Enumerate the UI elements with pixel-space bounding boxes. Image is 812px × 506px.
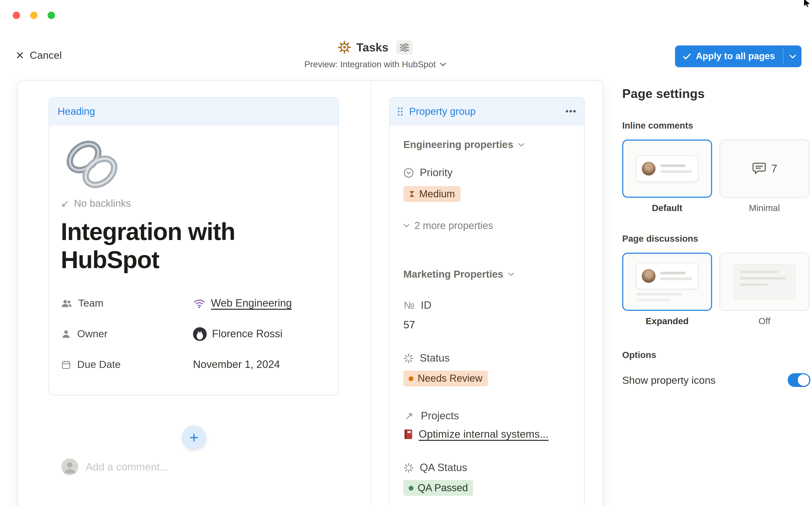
group-engineering-toggle[interactable]: Engineering properties bbox=[403, 139, 570, 151]
qa-status-label: QA Status bbox=[420, 461, 467, 474]
chevron-down-icon bbox=[518, 143, 524, 147]
backlink-arrow-icon: ↙ bbox=[61, 197, 69, 209]
page-preview-canvas: Heading ↙ No backlinks Integration with … bbox=[17, 80, 603, 506]
inline-comments-option-default[interactable]: Default bbox=[622, 140, 712, 214]
page-mock-preview bbox=[733, 264, 796, 299]
zoom-window-button[interactable] bbox=[48, 12, 55, 19]
property-row-due-date[interactable]: Due Date November 1, 2024 bbox=[61, 349, 327, 380]
heading-block: Heading ↙ No backlinks Integration with … bbox=[49, 97, 339, 395]
chains-page-icon[interactable] bbox=[61, 139, 327, 190]
status-spinner-icon bbox=[403, 462, 414, 473]
option-label: Minimal bbox=[749, 203, 780, 214]
show-property-icons-label: Show property icons bbox=[622, 374, 716, 386]
toggle-knob bbox=[798, 374, 809, 386]
chevron-down-icon bbox=[440, 62, 446, 66]
due-date-value[interactable]: November 1, 2024 bbox=[193, 359, 280, 371]
priority-property[interactable]: Priority bbox=[403, 167, 570, 179]
sliders-icon bbox=[400, 43, 409, 52]
add-comment-field[interactable]: Add a comment... bbox=[61, 458, 169, 475]
customize-page-window: × Cancel Tasks bbox=[0, 0, 812, 506]
id-value[interactable]: 57 bbox=[403, 319, 570, 331]
status-dot bbox=[409, 376, 414, 381]
owner-value[interactable]: Florence Rossi bbox=[212, 328, 282, 340]
more-properties-toggle[interactable]: 2 more properties bbox=[403, 220, 570, 232]
team-value-link[interactable]: Web Engineering bbox=[211, 297, 292, 310]
chevron-down-icon bbox=[403, 224, 410, 228]
option-label: Default bbox=[652, 203, 683, 214]
cancel-label: Cancel bbox=[29, 49, 62, 61]
apply-to-all-pages-button[interactable]: Apply to all pages bbox=[675, 46, 801, 67]
priority-tag-label: Medium bbox=[419, 188, 455, 200]
minimize-window-button[interactable] bbox=[30, 12, 38, 19]
priority-icon bbox=[403, 167, 414, 178]
more-properties-label: 2 more properties bbox=[415, 220, 493, 232]
property-label: Owner bbox=[77, 328, 108, 340]
add-block-button[interactable]: + bbox=[182, 426, 206, 450]
property-row-team[interactable]: Team Web Engineering bbox=[61, 288, 327, 319]
chevron-down-icon bbox=[789, 54, 796, 58]
more-menu-icon[interactable]: ••• bbox=[565, 106, 577, 116]
group-marketing-toggle[interactable]: Marketing Properties bbox=[403, 268, 570, 280]
inline-comments-option-minimal[interactable]: 7 Minimal bbox=[720, 140, 809, 214]
customize-settings-button[interactable] bbox=[396, 40, 413, 55]
page-settings-title: Page settings bbox=[622, 87, 811, 100]
qa-status-property[interactable]: QA Status bbox=[403, 461, 570, 474]
inline-comments-label: Inline comments bbox=[622, 120, 811, 131]
page-discussions-option-off[interactable]: Off bbox=[720, 253, 809, 327]
status-tag[interactable]: Needs Review bbox=[403, 371, 488, 387]
column-divider bbox=[371, 81, 371, 506]
relation-arrow-icon: ↗ bbox=[403, 410, 415, 422]
priority-label: Priority bbox=[420, 167, 453, 179]
backlinks-indicator[interactable]: ↙ No backlinks bbox=[61, 197, 327, 209]
projects-label: Projects bbox=[421, 410, 459, 422]
project-relation-link[interactable]: Optimize internal systems... bbox=[403, 428, 570, 440]
backlinks-label: No backlinks bbox=[74, 197, 131, 209]
property-label: Team bbox=[78, 297, 103, 310]
page-settings-panel: Page settings Inline comments Default bbox=[622, 87, 811, 387]
calendar-icon bbox=[61, 359, 72, 370]
option-label: Expanded bbox=[646, 316, 689, 327]
preview-avatar bbox=[642, 162, 655, 175]
cancel-button[interactable]: × Cancel bbox=[16, 49, 62, 61]
heading-block-label: Heading bbox=[58, 105, 95, 117]
window-titlebar bbox=[0, 0, 812, 31]
comment-placeholder: Add a comment... bbox=[86, 461, 169, 473]
projects-property[interactable]: ↗ Projects bbox=[403, 410, 570, 422]
user-avatar bbox=[61, 458, 78, 475]
property-group-label: Property group bbox=[409, 105, 475, 117]
group-title-label: Engineering properties bbox=[403, 139, 514, 151]
property-row-owner[interactable]: Owner Florence Rossi bbox=[61, 319, 327, 349]
priority-tag[interactable]: Medium bbox=[403, 186, 460, 202]
qa-status-dot bbox=[409, 486, 414, 490]
header-center: Tasks Preview: Integration with HubSpot bbox=[264, 40, 486, 69]
apply-dropdown-button[interactable] bbox=[784, 46, 801, 67]
preview-page-selector[interactable]: Preview: Integration with HubSpot bbox=[304, 59, 446, 69]
plus-icon: + bbox=[189, 430, 199, 446]
comment-bubble-icon bbox=[751, 162, 766, 175]
status-property[interactable]: Status bbox=[403, 352, 570, 364]
group-title-label: Marketing Properties bbox=[403, 268, 504, 280]
document-title[interactable]: Integration with HubSpot bbox=[61, 218, 325, 274]
page-discussions-option-expanded[interactable]: Expanded bbox=[622, 253, 712, 327]
qa-tag-label: QA Passed bbox=[418, 482, 468, 494]
red-book-icon bbox=[403, 429, 414, 440]
qa-status-tag[interactable]: QA Passed bbox=[403, 480, 473, 496]
drag-handle-icon[interactable] bbox=[397, 106, 403, 116]
id-label: ID bbox=[421, 299, 431, 312]
comment-count: 7 bbox=[771, 162, 777, 175]
id-property[interactable]: № ID bbox=[403, 299, 570, 312]
status-spinner-icon bbox=[403, 353, 414, 363]
page-discussions-label: Page discussions bbox=[622, 234, 811, 244]
property-group-header[interactable]: Property group ••• bbox=[390, 98, 584, 125]
show-property-icons-toggle[interactable] bbox=[788, 373, 811, 387]
check-icon bbox=[683, 53, 691, 60]
heading-block-header[interactable]: Heading bbox=[49, 98, 339, 125]
project-link-label: Optimize internal systems... bbox=[419, 428, 548, 440]
preview-avatar bbox=[642, 269, 655, 282]
wifi-icon bbox=[193, 298, 206, 309]
page-title: Tasks bbox=[356, 40, 388, 54]
apply-label: Apply to all pages bbox=[696, 51, 775, 62]
property-group-block: Property group ••• Engineering propertie… bbox=[389, 97, 585, 506]
close-window-button[interactable] bbox=[13, 12, 20, 19]
chevron-down-icon bbox=[508, 272, 515, 276]
